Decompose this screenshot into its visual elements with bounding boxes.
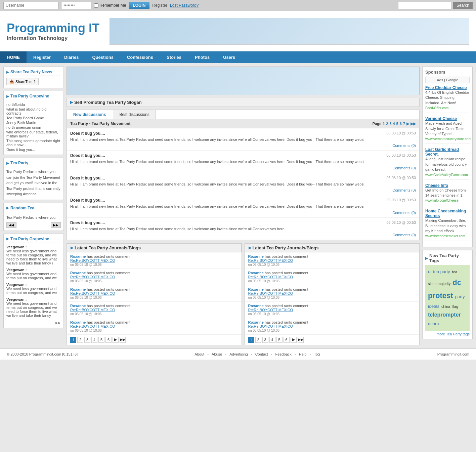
nav-questions[interactable]: Questions [85, 51, 120, 63]
footer-abuse[interactable]: Abuse [212, 352, 222, 356]
nav-confessions[interactable]: Confessions [120, 51, 160, 63]
footer-help[interactable]: Help [299, 352, 307, 356]
footer-tos[interactable]: ToS [314, 352, 320, 356]
ad-title[interactable]: Free Cheddar Chesse [425, 85, 467, 90]
tag-item[interactable]: teleprompter [428, 312, 461, 318]
remember-me-checkbox[interactable] [94, 3, 98, 8]
journal-poster[interactable]: Roxanne [248, 304, 264, 308]
lost-password-link[interactable]: Lost Password? [170, 3, 199, 8]
login-button[interactable]: LOGIN [129, 2, 149, 9]
page-num[interactable]: 1 [248, 337, 254, 343]
page-num[interactable]: 4 [91, 337, 97, 343]
next-page-btn[interactable]: ▶ [113, 337, 119, 343]
comments-link[interactable]: Comments (0) [70, 143, 416, 148]
next-arrow-button[interactable]: ▶▶ [51, 222, 61, 228]
page-num[interactable]: 2 [77, 337, 83, 343]
prev-arrow-button[interactable]: ◀◀ [6, 222, 16, 228]
share-button[interactable]: 📤 ShareThis 1 [6, 78, 39, 85]
tab-best-discussions[interactable]: Best discussions [113, 110, 156, 119]
search-button[interactable]: Search [453, 2, 473, 9]
comments-link[interactable]: Comments (0) [70, 166, 416, 170]
tag-item[interactable]: ur tea party [428, 269, 450, 274]
grapevine-link[interactable]: north american union [6, 125, 61, 130]
journal-poster[interactable]: Roxanne [70, 304, 86, 308]
last-page-btn[interactable]: ▶▶ [298, 337, 304, 343]
journal-link[interactable]: Re:Re:BOYCOTT MEXICO [248, 291, 416, 295]
next-page-btn[interactable]: ▶ [291, 337, 297, 343]
journal-link[interactable]: Re:Re:BOYCOTT MEXICO [248, 324, 416, 328]
comments-link[interactable]: Comments (0) [70, 233, 416, 237]
nav-photos[interactable]: Photos [188, 51, 216, 63]
more-tags-link[interactable]: more Tea Party tags [425, 332, 470, 336]
grapevine-link[interactable]: Tea Party Board Game [6, 116, 61, 120]
journal-poster[interactable]: Roxanne [70, 320, 86, 324]
page-num[interactable]: 3 [84, 337, 90, 343]
ad-title[interactable]: Lost Garlic Bread Secret. [425, 147, 459, 157]
footer-contact[interactable]: Contact [255, 352, 268, 356]
journal-link[interactable]: Re:Re:BOYCOTT MEXICO [70, 291, 238, 295]
journal-poster[interactable]: Roxanne [70, 271, 86, 275]
journal-link[interactable]: Re:Re:BOYCOTT MEXICO [70, 275, 238, 279]
ad-title[interactable]: Cheese Info [425, 183, 448, 188]
search-input[interactable] [398, 2, 452, 9]
grapevine-link[interactable]: This song seems apropriate right about n… [6, 138, 61, 147]
journal-poster[interactable]: Roxanne [70, 287, 86, 291]
footer-feedback[interactable]: Feedback [275, 352, 292, 356]
grapevine-link[interactable]: northflorida [6, 102, 61, 107]
grapevine-link[interactable]: what is bad about no bid contracts [6, 107, 61, 116]
grapevine-link[interactable]: Does it bug you... [6, 147, 61, 152]
tag-item[interactable]: china [441, 304, 450, 309]
journal-poster[interactable]: Roxanne [248, 254, 264, 258]
nav-users[interactable]: Users [216, 51, 242, 63]
footer-about[interactable]: About [194, 352, 204, 356]
password-input[interactable] [61, 2, 91, 9]
page-num[interactable]: 5 [276, 337, 283, 343]
journal-link[interactable]: Re:Re:BOYCOTT MEXICO [70, 308, 238, 312]
journal-poster[interactable]: Roxanne [248, 287, 264, 291]
page-num[interactable]: 1 [70, 337, 76, 343]
comments-link[interactable]: Comments (0) [70, 188, 416, 192]
more-arrow-icon[interactable]: ▶▶ [55, 321, 61, 325]
page-link[interactable]: 4 [393, 122, 395, 126]
tag-item[interactable]: silent majority [428, 282, 450, 286]
nav-register[interactable]: Register [27, 51, 57, 63]
comments-link[interactable]: Comments (0) [70, 211, 416, 215]
ad-title[interactable]: Home Cheesemaking Secrets [425, 209, 466, 218]
last-page-btn[interactable]: ▶▶ [120, 337, 126, 343]
journal-link[interactable]: Re:Re:BOYCOTT MEXICO [248, 258, 416, 262]
page-link[interactable]: 6 [400, 122, 402, 126]
page-num[interactable]: 4 [269, 337, 275, 343]
journal-link[interactable]: Re:Re:BOYCOTT MEXICO [70, 258, 238, 262]
tag-item[interactable]: flag [452, 304, 458, 309]
journal-poster[interactable]: Roxanne [248, 320, 264, 324]
last-page-link[interactable]: ▶▶ [410, 122, 416, 126]
page-link[interactable]: 7 [403, 122, 405, 126]
journal-link[interactable]: Re:Re:BOYCOTT MEXICO [248, 308, 416, 312]
page-link[interactable]: 3 [389, 122, 391, 126]
register-link[interactable]: Register [152, 3, 167, 8]
footer-advertising[interactable]: Advertising [229, 352, 248, 356]
page-num[interactable]: 5 [98, 337, 104, 343]
page-num[interactable]: 3 [262, 337, 268, 343]
page-num[interactable]: 2 [255, 337, 261, 343]
tag-item[interactable]: acorn [428, 321, 439, 326]
grapevine-link[interactable]: Jenny Beth Martin [6, 120, 61, 125]
page-link[interactable]: 5 [396, 122, 398, 126]
next-page-link[interactable]: ▶ [406, 122, 409, 126]
nav-home[interactable]: HOME [0, 51, 27, 63]
journal-poster[interactable]: Roxanne [248, 271, 264, 275]
page-link[interactable]: 2 [386, 122, 388, 126]
grapevine-link[interactable]: who enforces our state, federal, militar… [6, 130, 61, 138]
tag-item[interactable]: tea [452, 270, 457, 274]
nav-diaries[interactable]: Diaries [57, 51, 85, 63]
journal-poster[interactable]: Roxanne [70, 254, 86, 258]
page-link[interactable]: 1 [383, 122, 385, 126]
ad-title[interactable]: Vermont Cheese [425, 116, 457, 121]
page-num[interactable]: 6 [284, 337, 290, 343]
nav-stories[interactable]: Stories [160, 51, 188, 63]
page-num[interactable]: 6 [105, 337, 112, 343]
journal-link[interactable]: Re:Re:BOYCOTT MEXICO [70, 324, 238, 328]
username-input[interactable] [3, 2, 58, 9]
journal-link[interactable]: Re:Re:BOYCOTT MEXICO [248, 275, 416, 279]
tab-new-discussions[interactable]: New discussions [67, 110, 112, 119]
